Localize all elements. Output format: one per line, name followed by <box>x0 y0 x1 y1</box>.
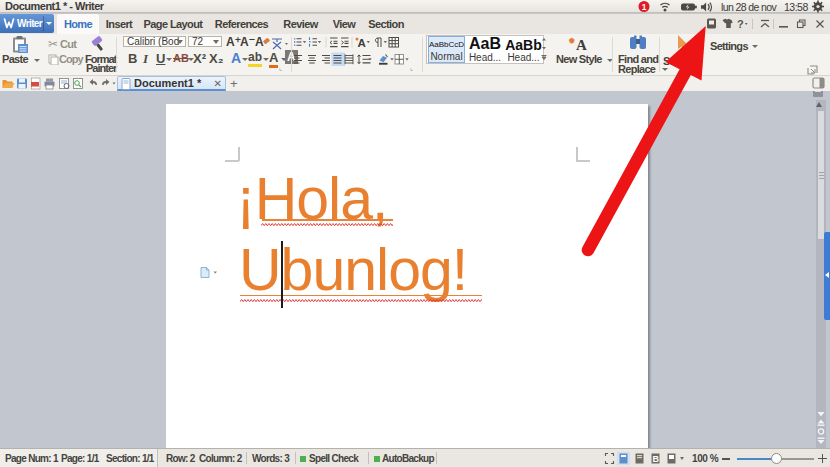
svg-text:?: ? <box>737 18 744 30</box>
svg-text:1: 1 <box>642 2 647 12</box>
svg-text:A: A <box>358 37 366 49</box>
svg-text:✹: ✹ <box>568 36 576 46</box>
svg-text:A: A <box>576 37 587 52</box>
svg-text:B: B <box>653 454 660 464</box>
